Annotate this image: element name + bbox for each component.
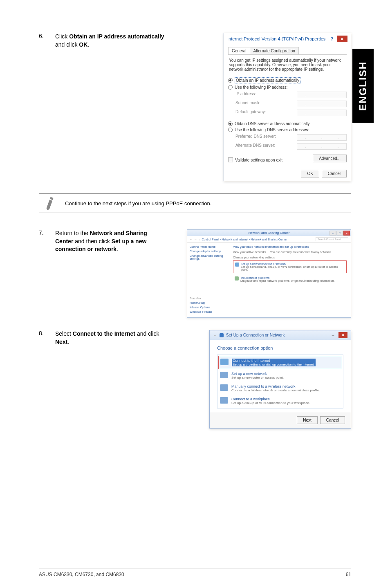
ip-input[interactable]: ... xyxy=(297,134,347,141)
option-connect-internet[interactable]: Connect to the Internet Set up a broadba… xyxy=(218,356,342,369)
cancel-button[interactable]: Cancel xyxy=(320,416,345,424)
language-tab: ENGLISH xyxy=(352,49,374,123)
active-networks-status: You are currently not connected to any n… xyxy=(270,251,332,254)
radio-obtain-dns-auto[interactable]: Obtain DNS server address automatically xyxy=(228,121,347,127)
ns-main: View your basic network information and … xyxy=(229,243,351,317)
t: OK xyxy=(79,41,87,48)
sidebar-home[interactable]: Control Panel Home xyxy=(190,245,226,248)
step-7: 7. Return to the Network and Sharing Cen… xyxy=(39,229,351,318)
option-desc: Set up a broadband or dial-up connection… xyxy=(232,363,316,366)
t: Select xyxy=(55,330,73,337)
tab-alternate[interactable]: Alternate Configuration xyxy=(250,47,299,54)
sidebar-adapter[interactable]: Change adapter settings xyxy=(190,250,226,253)
dialog-description: You can get IP settings assigned automat… xyxy=(228,55,347,73)
troubleshoot-link[interactable]: Troubleshoot problems Diagnose and repai… xyxy=(233,275,347,284)
page-footer: ASUS CM6330, CM6730, and CM6830 61 xyxy=(39,572,351,577)
conn-title-text: Set Up a Connection or Network xyxy=(226,333,285,337)
dialog-titlebar: Internet Protocol Version 4 (TCP/IPv4) P… xyxy=(224,33,351,45)
troubleshoot-title: Troubleshoot problems xyxy=(240,276,334,279)
conn-heading: Choose a connection option xyxy=(217,346,343,350)
cancel-button[interactable]: Cancel xyxy=(322,170,347,177)
maximize-button[interactable]: □ xyxy=(336,231,343,236)
radio-icon xyxy=(228,121,233,126)
workplace-icon xyxy=(220,397,228,404)
up-icon[interactable]: ↑ xyxy=(199,238,200,241)
t: and then click xyxy=(73,238,111,245)
search-input[interactable]: Search Control Panel xyxy=(316,237,348,241)
forward-icon[interactable]: → xyxy=(194,238,197,241)
help-button[interactable]: ? xyxy=(327,36,337,42)
sidebar-homegroup[interactable]: HomeGroup xyxy=(190,301,226,304)
option-workplace[interactable]: Connect to a workplace Set up a dial-up … xyxy=(218,395,342,407)
pencil-icon xyxy=(40,194,59,212)
field-alternate-dns: Alternate DNS server: ... xyxy=(228,142,347,151)
dialog-title: Internet Protocol Version 4 (TCP/IPv4) P… xyxy=(227,36,325,41)
minimize-button[interactable]: – xyxy=(329,332,338,338)
see-also-label: See also xyxy=(190,297,226,300)
step-6-text: Click Obtain an IP address automatically… xyxy=(55,33,170,181)
close-button[interactable]: × xyxy=(338,332,347,338)
ip-input[interactable]: ... xyxy=(297,110,347,116)
option-title: Set up a new network xyxy=(231,372,284,376)
option-desc: Connect to a hidden network or create a … xyxy=(231,388,320,392)
radio-use-following-dns[interactable]: Use the following DNS server addresses: xyxy=(228,127,347,133)
ip-group: Obtain an IP address automatically Use t… xyxy=(228,76,347,117)
step-7-image: Network and Sharing Center – □ × ← → ↑ C… xyxy=(153,229,351,318)
conn-footer: Next Cancel xyxy=(210,412,351,428)
advanced-button[interactable]: Advanced... xyxy=(313,155,347,162)
troubleshoot-icon xyxy=(235,276,239,281)
path-text[interactable]: Control Panel › Network and Internet › N… xyxy=(202,238,287,241)
ns-titlebar: Network and Sharing Center – □ × xyxy=(187,230,351,236)
step-6: 6. Click Obtain an IP address automatica… xyxy=(39,33,351,181)
t: Obtain an IP address automatically xyxy=(69,33,164,40)
option-new-network[interactable]: Set up a new network Set up a new router… xyxy=(218,369,342,382)
t: and click xyxy=(55,41,79,48)
back-icon[interactable]: ← xyxy=(190,238,193,241)
sidebar-sharing[interactable]: Change advanced sharing settings xyxy=(190,254,226,260)
step-6-number: 6. xyxy=(39,33,55,181)
conn-body: Choose a connection option Connect to th… xyxy=(210,340,351,412)
step-7-number: 7. xyxy=(39,229,55,318)
close-button[interactable]: × xyxy=(343,231,350,236)
step-6-image: Internet Protocol Version 4 (TCP/IPv4) P… xyxy=(170,33,351,181)
t: Connect to the Internet xyxy=(73,330,135,337)
ip-input[interactable]: ... xyxy=(297,143,347,150)
setup-new-connection-link[interactable]: Set up a new connection or network Set u… xyxy=(235,263,345,271)
radio-use-following-ip[interactable]: Use the following IP address: xyxy=(228,84,347,90)
field-subnet-mask: Subnet mask: ... xyxy=(228,99,347,108)
option-desc: Set up a new router or access point. xyxy=(231,376,284,379)
ns-breadcrumb: ← → ↑ Control Panel › Network and Intern… xyxy=(187,236,351,243)
dialog-buttons: OK Cancel xyxy=(224,166,351,181)
ns-sidebar: Control Panel Home Change adapter settin… xyxy=(187,243,229,317)
label: Default gateway: xyxy=(235,110,266,116)
close-button[interactable]: × xyxy=(337,36,347,42)
radio-icon xyxy=(228,128,233,132)
footer-rule xyxy=(39,568,351,568)
t: and click xyxy=(135,330,159,337)
t: Click xyxy=(55,33,69,40)
back-icon[interactable]: ← xyxy=(213,333,217,337)
sidebar-windows-firewall[interactable]: Windows Firewall xyxy=(190,310,226,313)
step-8-number: 8. xyxy=(39,330,55,429)
ip-input[interactable]: ... xyxy=(297,101,347,107)
option-title: Manually connect to a wireless network xyxy=(231,384,320,388)
field-preferred-dns: Preferred DNS server: ... xyxy=(228,133,347,142)
ip-input[interactable]: ... xyxy=(297,92,347,98)
minimize-button[interactable]: – xyxy=(329,231,336,236)
tab-general[interactable]: General xyxy=(228,47,250,54)
checkbox-validate[interactable]: Validate settings upon exit xyxy=(228,157,282,162)
checkbox-label: Validate settings upon exit xyxy=(235,158,282,162)
note-text: Continue to the next steps if you are us… xyxy=(65,200,211,206)
ok-button[interactable]: OK xyxy=(301,170,319,177)
tabs: General Alternate Configuration xyxy=(228,47,347,55)
t: Next xyxy=(55,339,67,345)
radio-obtain-ip-auto[interactable]: Obtain an IP address automatically xyxy=(228,76,347,84)
next-button[interactable]: Next xyxy=(297,416,318,424)
ns-body: Control Panel Home Change adapter settin… xyxy=(187,243,351,317)
setup-title: Set up a new connection or network xyxy=(241,263,345,265)
option-title: Connect to the Internet xyxy=(232,359,316,363)
option-wireless[interactable]: Manually connect to a wireless network C… xyxy=(218,382,342,395)
checkbox-icon xyxy=(228,157,233,162)
sidebar-internet-options[interactable]: Internet Options xyxy=(190,306,226,309)
window-icon xyxy=(220,333,224,337)
